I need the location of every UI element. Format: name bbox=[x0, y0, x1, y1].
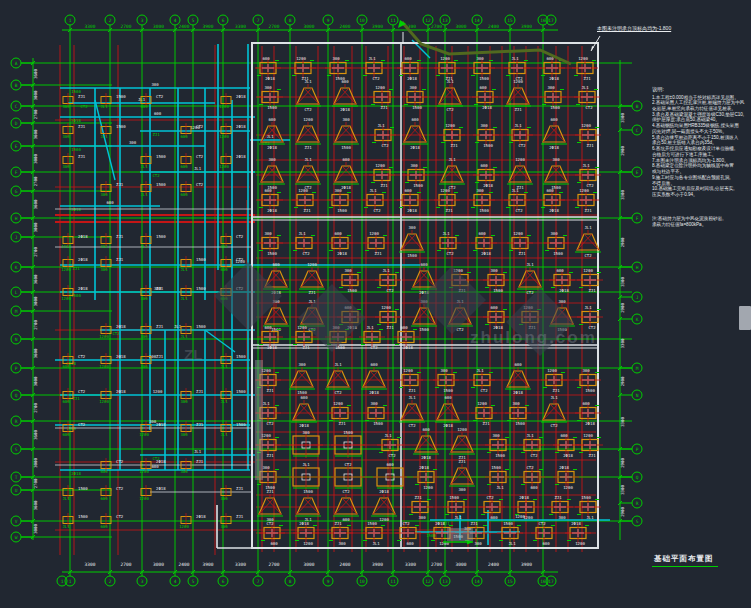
svg-text:300: 300 bbox=[512, 401, 520, 406]
svg-text:2Φ18: 2Φ18 bbox=[419, 465, 429, 470]
svg-text:D: D bbox=[15, 121, 18, 126]
svg-text:600: 600 bbox=[270, 541, 278, 546]
svg-text:R: R bbox=[15, 419, 18, 424]
svg-text:CT2: CT2 bbox=[344, 462, 352, 467]
svg-text:9: 9 bbox=[327, 579, 330, 584]
svg-text:300: 300 bbox=[342, 117, 350, 122]
svg-text:1500: 1500 bbox=[196, 257, 206, 262]
svg-text:3300: 3300 bbox=[235, 562, 246, 567]
svg-text:ZJ1: ZJ1 bbox=[308, 290, 316, 295]
svg-text:F: F bbox=[15, 170, 18, 175]
svg-text:1500: 1500 bbox=[367, 521, 377, 526]
svg-text:600: 600 bbox=[556, 268, 564, 273]
svg-text:ZJ1: ZJ1 bbox=[72, 396, 80, 401]
svg-text:JL1: JL1 bbox=[454, 515, 462, 520]
svg-text:2Φ18: 2Φ18 bbox=[549, 145, 559, 150]
svg-text:2Φ18: 2Φ18 bbox=[513, 390, 523, 395]
svg-text:CT2: CT2 bbox=[80, 104, 88, 109]
svg-text:CT2: CT2 bbox=[78, 389, 86, 394]
svg-text:600: 600 bbox=[272, 262, 280, 267]
svg-text:JL1: JL1 bbox=[384, 433, 392, 438]
svg-text:300: 300 bbox=[180, 432, 188, 437]
drawing-title: 基础平面布置图 bbox=[654, 554, 714, 564]
svg-text:B: B bbox=[15, 83, 18, 88]
svg-text:ZJ1: ZJ1 bbox=[586, 143, 594, 148]
svg-text:300: 300 bbox=[558, 299, 566, 304]
cad-drawing-stage: 3001500JL1CT26002Φ181200ZJ13001500JL1CT2… bbox=[0, 0, 751, 608]
svg-text:1500: 1500 bbox=[156, 182, 166, 187]
svg-text:1500: 1500 bbox=[503, 521, 513, 526]
svg-text:1200: 1200 bbox=[99, 399, 109, 404]
svg-text:CT2: CT2 bbox=[373, 208, 381, 213]
svg-text:600: 600 bbox=[62, 364, 70, 369]
svg-text:ZJ1: ZJ1 bbox=[445, 208, 453, 213]
svg-text:11: 11 bbox=[390, 579, 396, 584]
svg-text:CT2: CT2 bbox=[370, 345, 378, 350]
svg-text:3300: 3300 bbox=[85, 24, 96, 29]
svg-text:ZJ1: ZJ1 bbox=[470, 521, 478, 526]
svg-text:6: 6 bbox=[222, 579, 225, 584]
svg-text:2700: 2700 bbox=[269, 562, 280, 567]
svg-text:JL1: JL1 bbox=[526, 433, 534, 438]
svg-text:3600: 3600 bbox=[33, 69, 38, 79]
svg-text:2Φ18: 2Φ18 bbox=[435, 521, 445, 526]
svg-text:ZJ1: ZJ1 bbox=[78, 154, 86, 159]
svg-text:1200: 1200 bbox=[379, 517, 389, 522]
svg-text:CT2: CT2 bbox=[78, 422, 86, 427]
note-extra-line: 承载力特征值fa=800kPa。 bbox=[652, 222, 750, 228]
svg-text:CT2: CT2 bbox=[152, 173, 160, 178]
svg-text:1500: 1500 bbox=[236, 422, 246, 427]
svg-text:1200: 1200 bbox=[581, 123, 591, 128]
svg-text:ZJ1: ZJ1 bbox=[156, 354, 164, 359]
svg-text:1200: 1200 bbox=[333, 401, 343, 406]
svg-text:2400: 2400 bbox=[179, 562, 190, 567]
svg-text:JL1: JL1 bbox=[377, 123, 385, 128]
svg-text:JL1: JL1 bbox=[62, 524, 70, 529]
svg-text:300: 300 bbox=[264, 85, 272, 90]
svg-text:CT2: CT2 bbox=[518, 143, 526, 148]
svg-text:3600: 3600 bbox=[33, 430, 38, 440]
svg-text:CT2: CT2 bbox=[342, 489, 350, 494]
svg-text:1200: 1200 bbox=[583, 433, 593, 438]
svg-text:H: H bbox=[636, 265, 639, 270]
svg-text:600: 600 bbox=[550, 117, 558, 122]
svg-text:1500: 1500 bbox=[196, 286, 206, 291]
cad-canvas: 3001500JL1CT26002Φ181200ZJ13001500JL1CT2… bbox=[0, 0, 751, 608]
svg-text:2Φ18: 2Φ18 bbox=[559, 465, 569, 470]
svg-text:1200: 1200 bbox=[179, 524, 189, 529]
svg-text:CT2: CT2 bbox=[302, 251, 310, 256]
svg-text:3000: 3000 bbox=[33, 376, 38, 386]
svg-text:300: 300 bbox=[334, 188, 342, 193]
svg-text:1: 1 bbox=[69, 18, 72, 23]
svg-text:2400: 2400 bbox=[488, 24, 499, 29]
svg-text:CT2: CT2 bbox=[526, 290, 534, 295]
svg-text:7: 7 bbox=[257, 579, 260, 584]
svg-text:JL1: JL1 bbox=[476, 368, 484, 373]
svg-text:CT2: CT2 bbox=[402, 521, 410, 526]
svg-text:17: 17 bbox=[548, 18, 554, 23]
svg-text:JL1: JL1 bbox=[298, 231, 306, 236]
svg-text:600: 600 bbox=[406, 541, 414, 546]
svg-text:CT2: CT2 bbox=[156, 94, 164, 99]
svg-text:G: G bbox=[15, 189, 18, 194]
svg-text:CT2: CT2 bbox=[515, 208, 523, 213]
svg-text:CT2: CT2 bbox=[584, 253, 592, 258]
svg-text:2Φ18: 2Φ18 bbox=[236, 94, 246, 99]
svg-text:2Φ18: 2Φ18 bbox=[267, 145, 277, 150]
svg-text:ZJ1: ZJ1 bbox=[78, 124, 86, 129]
svg-text:17: 17 bbox=[548, 579, 554, 584]
svg-text:1500: 1500 bbox=[156, 154, 166, 159]
svg-text:CT2: CT2 bbox=[526, 465, 534, 470]
svg-text:ZJ1: ZJ1 bbox=[302, 345, 310, 350]
svg-text:CT2: CT2 bbox=[196, 154, 204, 159]
svg-text:600: 600 bbox=[264, 325, 272, 330]
svg-text:600: 600 bbox=[480, 163, 488, 168]
svg-text:M: M bbox=[15, 309, 18, 314]
svg-text:CT2: CT2 bbox=[196, 124, 204, 129]
svg-text:Q: Q bbox=[636, 475, 639, 480]
svg-text:2Φ18: 2Φ18 bbox=[267, 345, 277, 350]
svg-text:ZJ1: ZJ1 bbox=[552, 388, 560, 393]
svg-text:CT2: CT2 bbox=[550, 423, 558, 428]
svg-text:3600: 3600 bbox=[33, 274, 38, 284]
svg-text:600: 600 bbox=[180, 164, 188, 169]
